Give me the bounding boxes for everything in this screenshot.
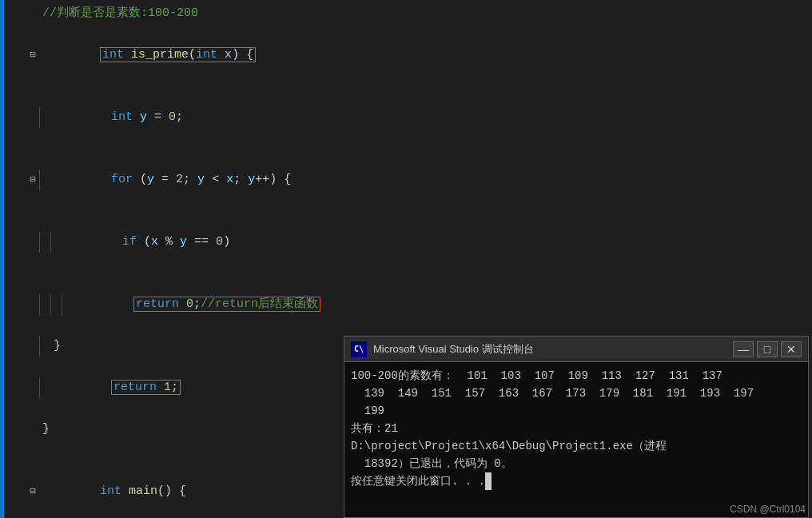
code-text-5: if (x % y == 0) xyxy=(62,211,812,273)
indent-5b xyxy=(50,232,62,253)
console-titlebar: C\ Microsoft Visual Studio 调试控制台 — □ ✕ xyxy=(344,337,808,362)
console-line-5: D:\project\Project1\x64\Debug\Project1.e… xyxy=(351,437,802,455)
code-text-1: //判断是否是素数:100-200 xyxy=(39,3,812,24)
indent-6c xyxy=(62,294,73,315)
code-text-6: return 0;//return后结束函数 xyxy=(73,273,812,336)
line-2: ⊟ int is_prime(int x) { xyxy=(4,24,812,86)
console-line-7: 按任意键关闭此窗口. . . xyxy=(351,472,802,490)
watermark: CSDN @Ctrl0104 xyxy=(730,504,806,515)
fold-6 xyxy=(26,298,39,311)
indent-6a xyxy=(39,294,50,315)
console-title: Microsoft Visual Studio 调试控制台 xyxy=(373,342,726,357)
indent-8 xyxy=(39,377,50,398)
indent-7 xyxy=(39,336,50,357)
fold-4[interactable]: ⊟ xyxy=(26,173,39,186)
fold-9 xyxy=(26,423,39,436)
line-5: if (x % y == 0) xyxy=(4,211,812,273)
console-controls: — □ ✕ xyxy=(733,341,802,357)
indent-5a xyxy=(39,232,50,253)
fold-7 xyxy=(26,340,39,353)
fold-1[interactable] xyxy=(26,7,39,20)
console-line-6: 18392）已退出，代码为 0。 xyxy=(351,455,802,472)
fold-11[interactable]: ⊟ xyxy=(26,485,39,498)
code-text-4: for (y = 2; y < x; y++) { xyxy=(50,149,812,211)
console-line-3: 199 xyxy=(351,402,802,420)
fold-10 xyxy=(26,444,39,456)
close-button[interactable]: ✕ xyxy=(781,341,802,357)
console-line-1: 100-200的素数有： 101 103 107 109 113 127 131… xyxy=(351,367,802,385)
indent-6b xyxy=(50,294,62,315)
fold-5 xyxy=(26,236,39,249)
console-line-4: 共有：21 xyxy=(351,420,802,437)
console-cursor xyxy=(485,472,492,490)
minimize-button[interactable]: — xyxy=(733,341,754,357)
console-window: C\ Microsoft Visual Studio 调试控制台 — □ ✕ 1… xyxy=(344,336,809,518)
console-content: 100-200的素数有： 101 103 107 109 113 127 131… xyxy=(344,362,808,517)
maximize-button[interactable]: □ xyxy=(757,341,778,357)
indent-4 xyxy=(39,169,50,190)
line-3: int y = 0; xyxy=(4,86,812,149)
line-6: return 0;//return后结束函数 xyxy=(4,273,812,336)
indent-3 xyxy=(39,107,50,128)
console-line-2: 139 149 151 157 163 167 173 179 181 191 … xyxy=(351,385,802,402)
fold-3 xyxy=(26,111,39,124)
code-text-2: int is_prime(int x) { xyxy=(39,24,812,86)
line-4: ⊟ for (y = 2; y < x; y++) { xyxy=(4,149,812,211)
console-icon: C\ xyxy=(351,341,367,357)
console-icon-label: C\ xyxy=(354,345,364,353)
line-1: //判断是否是素数:100-200 xyxy=(4,3,812,24)
fold-8 xyxy=(26,381,39,394)
code-text-3: int y = 0; xyxy=(50,86,812,149)
fold-2[interactable]: ⊟ xyxy=(26,49,39,62)
